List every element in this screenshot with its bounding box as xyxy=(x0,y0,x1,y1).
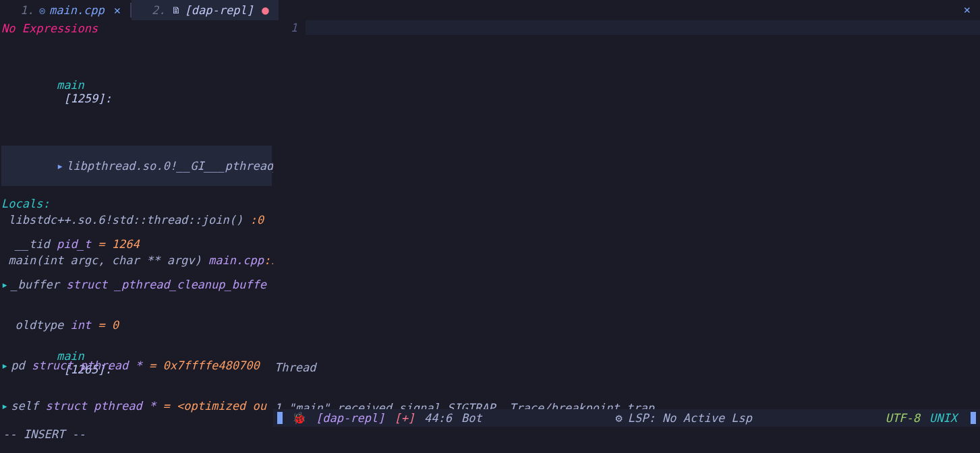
locals-header: Locals: xyxy=(1,197,272,210)
tab-title: main.cpp xyxy=(49,3,105,17)
var-type: struct pthread * xyxy=(32,359,142,372)
variable-row[interactable]: oldtype int = 0 xyxy=(1,318,272,332)
main-split: No Expressions main [1259]: ▸libpthread.… xyxy=(0,20,980,427)
tab-dap-repl[interactable]: 2. 🗎 [dap-repl] ● xyxy=(132,0,279,20)
variable-row[interactable]: __tid pid_t = 1264 xyxy=(1,237,272,251)
var-value: = <optimized ou xyxy=(163,399,266,413)
terminal-line: 1 "main" received signal SIGTRAP, Trace/… xyxy=(273,401,980,409)
status-cursor-pos: 44:6 xyxy=(424,411,452,425)
tab-bar: 1. ◎ main.cpp ✕ 2. 🗎 [dap-repl] ● ✕ xyxy=(0,0,980,20)
status-scroll-pct: Bot xyxy=(461,411,482,425)
var-value: = 0x7ffffe480700 xyxy=(149,359,260,372)
debug-sidebar: No Expressions main [1259]: ▸libpthread.… xyxy=(0,20,273,427)
thread-name: main xyxy=(57,78,84,92)
var-name: pd xyxy=(11,359,24,372)
status-line: 🐞 [dap-repl] [+] 44:6 Bot ⚙ LSP: No Acti… xyxy=(273,409,980,427)
expand-icon[interactable]: ▸ xyxy=(1,359,8,372)
var-name: __tid xyxy=(15,237,49,251)
var-type: pid_t xyxy=(57,237,91,251)
cpp-file-icon: ◎ xyxy=(39,5,45,16)
status-lsp: ⚙ LSP: No Active Lsp xyxy=(616,411,752,425)
editor-empty-area[interactable] xyxy=(273,35,980,334)
command-line[interactable]: -- INSERT -- xyxy=(0,427,980,442)
bug-icon: 🐞 xyxy=(292,411,306,425)
tab-index: 2. xyxy=(152,3,165,17)
var-name: self xyxy=(11,399,38,413)
variable-row[interactable]: ▸_buffer struct _pthread_cleanup_buffe xyxy=(1,278,272,291)
tab-title: [dap-repl] xyxy=(185,3,254,17)
var-name: oldtype xyxy=(15,318,63,332)
status-filename: [dap-repl] xyxy=(316,411,384,425)
line-number: 1 xyxy=(273,21,306,34)
var-name: _buffer xyxy=(11,278,59,291)
var-type: struct pthread * xyxy=(45,399,156,413)
current-line[interactable] xyxy=(306,20,980,35)
var-type: struct _pthread_cleanup_buffe xyxy=(66,278,266,291)
tab-main-cpp[interactable]: 1. ◎ main.cpp ✕ xyxy=(0,0,130,20)
tab-index: 1. xyxy=(20,3,34,17)
mode-indicator-right xyxy=(971,412,976,424)
status-lsp-text: LSP: No Active Lsp xyxy=(628,411,752,425)
variable-row[interactable]: ▸pd struct pthread * = 0x7ffffe480700 xyxy=(1,359,272,372)
editor-pane: 1 Thread 1 "main" received signal SIGTRA… xyxy=(273,20,980,427)
var-value: = 1264 xyxy=(98,237,139,251)
editor-line[interactable]: 1 xyxy=(273,20,980,35)
dap-terminal[interactable]: Thread 1 "main" received signal SIGTRAP,… xyxy=(273,334,980,409)
gear-icon: ⚙ xyxy=(616,411,623,425)
mode-text: -- INSERT -- xyxy=(3,427,86,441)
expand-icon[interactable]: ▸ xyxy=(1,278,8,291)
expand-icon[interactable]: ▸ xyxy=(1,399,8,413)
terminal-line: Thread xyxy=(273,361,980,374)
locals-panel: Locals: __tid pid_t = 1264 ▸_buffer stru… xyxy=(0,169,273,427)
variable-row[interactable]: ▸self struct pthread * = <optimized ou xyxy=(1,399,272,413)
status-modified: [+] xyxy=(394,411,415,425)
status-fileformat: UNIX xyxy=(929,411,957,425)
status-encoding: UTF-8 xyxy=(886,411,920,425)
expressions-panel: No Expressions xyxy=(0,20,273,36)
mode-indicator xyxy=(277,412,283,424)
var-type: int xyxy=(70,318,91,332)
close-all-icon[interactable]: ✕ xyxy=(964,3,971,16)
var-value: = 0 xyxy=(98,318,119,332)
thread-pid: [1259]: xyxy=(57,92,112,105)
no-expressions-label: No Expressions xyxy=(1,22,272,35)
close-icon[interactable]: ✕ xyxy=(114,3,121,17)
call-stack-panel: main [1259]: ▸libpthread.so.0!__GI___pth… xyxy=(0,36,273,169)
repl-file-icon: 🗎 xyxy=(171,5,181,16)
thread-header[interactable]: main [1259]: xyxy=(1,65,272,119)
